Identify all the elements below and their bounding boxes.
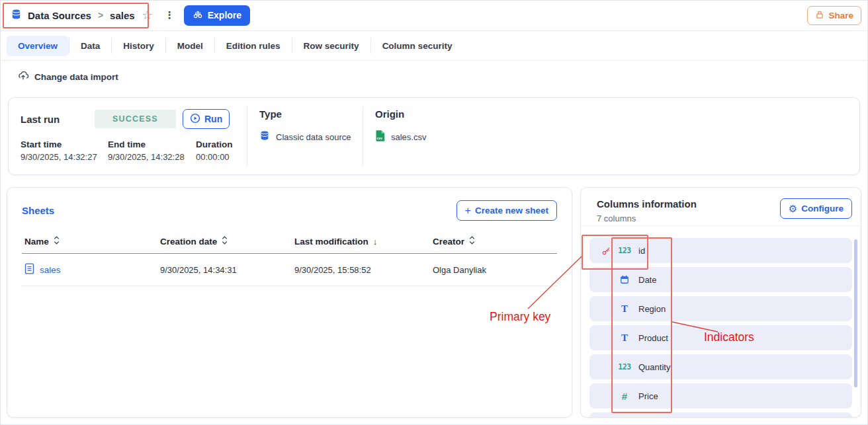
tab-column-security[interactable]: Column security <box>371 36 464 56</box>
column-row-partial[interactable] <box>589 412 852 418</box>
sort-both-icon <box>222 236 228 247</box>
column-row-id[interactable]: 123 id <box>589 238 852 263</box>
top-bar: Data Sources > sales ☆ ⋮ Explore Share <box>0 0 868 31</box>
tab-data[interactable]: Data <box>69 36 111 56</box>
more-options-icon[interactable]: ⋮ <box>165 9 175 21</box>
tab-history[interactable]: History <box>112 36 165 56</box>
svg-text:csv: csv <box>377 137 382 140</box>
sheets-title: Sheets <box>22 205 54 216</box>
tab-bar: Overview Data History Model Edition rule… <box>0 31 868 61</box>
origin-section: Origin csv sales.csv <box>363 98 859 174</box>
sort-both-icon <box>469 236 475 247</box>
gear-icon: ⚙ <box>789 204 797 213</box>
type-title: Type <box>259 108 363 120</box>
status-badge: SUCCESS <box>95 110 176 128</box>
sort-both-icon <box>54 236 60 247</box>
columns-info-title: Columns information <box>597 198 697 210</box>
duration-value: 00:00:00 <box>196 152 247 162</box>
numeric-type-icon: # <box>615 391 634 402</box>
origin-value: sales.csv <box>391 132 426 142</box>
primary-key-icon <box>597 246 615 256</box>
breadcrumb-separator-icon: > <box>97 10 104 20</box>
column-row-quantity[interactable]: 123 Quantity <box>589 354 852 379</box>
panels-row: Sheets + Create new sheet Name Creation … <box>7 187 861 418</box>
sheets-table: Name Creation date Last modification ↓ C… <box>22 232 557 286</box>
sort-header-name[interactable]: Name <box>24 236 160 247</box>
column-name: Quantity <box>638 362 670 372</box>
number-type-icon: 123 <box>615 362 634 371</box>
run-button[interactable]: Run <box>183 109 230 129</box>
columns-scrollbar[interactable] <box>854 239 857 387</box>
explore-button[interactable]: Explore <box>184 5 250 26</box>
column-name: Price <box>638 391 658 401</box>
breadcrumb-root[interactable]: Data Sources <box>28 10 91 21</box>
share-button[interactable]: Share <box>807 6 861 25</box>
last-run-section: Last run SUCCESS Run Start time 9/30/202… <box>9 98 247 174</box>
sheets-panel: Sheets + Create new sheet Name Creation … <box>7 187 572 418</box>
text-type-icon: T <box>615 303 634 315</box>
tab-model[interactable]: Model <box>166 36 214 56</box>
lock-icon <box>815 10 824 21</box>
end-time-value: 9/30/2025, 14:32:28 <box>108 152 196 162</box>
change-data-import-link[interactable]: Change data import <box>0 61 868 93</box>
sheet-last-modification: 9/30/2025, 15:58:52 <box>294 265 433 275</box>
favorite-star-icon[interactable]: ☆ <box>142 9 153 21</box>
database-icon <box>11 9 22 22</box>
play-icon <box>190 113 200 126</box>
columns-info-panel: Columns information 7 columns ⚙ Configur… <box>580 187 861 418</box>
duration-block: Duration 00:00:00 <box>196 139 247 162</box>
last-run-title: Last run <box>21 114 95 125</box>
sheet-creation-date: 9/30/2025, 14:34:31 <box>160 265 294 275</box>
sort-header-last-modification[interactable]: Last modification ↓ <box>294 236 433 247</box>
change-data-import-label: Change data import <box>34 72 118 82</box>
origin-title: Origin <box>375 108 859 120</box>
date-type-icon <box>615 275 634 284</box>
start-time-block: Start time 9/30/2025, 14:32:27 <box>21 139 108 162</box>
number-type-icon: 123 <box>615 246 634 255</box>
cloud-upload-icon <box>17 69 29 84</box>
type-value: Classic data source <box>276 132 351 142</box>
sort-header-creator[interactable]: Creator <box>433 236 554 247</box>
column-name: Date <box>638 275 656 285</box>
sort-descending-icon: ↓ <box>373 237 378 247</box>
configure-button[interactable]: ⚙ Configure <box>780 198 852 219</box>
plus-icon: + <box>465 206 471 216</box>
column-name: id <box>638 246 645 256</box>
end-time-block: End time 9/30/2025, 14:32:28 <box>108 139 196 162</box>
type-section: Type Classic data source <box>247 98 363 174</box>
columns-count: 7 columns <box>597 213 697 223</box>
start-time-value: 9/30/2025, 14:32:27 <box>21 152 108 162</box>
breadcrumb: Data Sources > sales ☆ <box>11 9 153 22</box>
tab-edition-rules[interactable]: Edition rules <box>215 36 292 56</box>
column-name: Region <box>638 304 666 314</box>
sheet-link[interactable]: sales <box>24 263 160 276</box>
last-run-card: Last run SUCCESS Run Start time 9/30/202… <box>8 97 860 175</box>
page: Data Sources > sales ☆ ⋮ Explore Share O… <box>0 0 868 425</box>
duration-label: Duration <box>196 139 247 149</box>
column-name: Product <box>638 333 668 343</box>
sheet-table-row: sales 9/30/2025, 14:34:31 9/30/2025, 15:… <box>22 254 557 286</box>
database-icon <box>259 130 270 143</box>
csv-file-icon: csv <box>375 130 385 144</box>
sort-header-creation-date[interactable]: Creation date <box>160 236 294 247</box>
create-new-sheet-button[interactable]: + Create new sheet <box>456 200 557 221</box>
breadcrumb-current: sales <box>110 10 135 21</box>
column-row-product[interactable]: T Product <box>589 325 852 350</box>
tab-overview[interactable]: Overview <box>7 36 69 56</box>
column-row-region[interactable]: T Region <box>589 296 852 321</box>
sheet-icon <box>24 263 34 276</box>
sheet-creator: Olga Danyliak <box>433 265 554 275</box>
columns-list: 123 id Date T Region T <box>581 226 861 418</box>
text-type-icon: T <box>615 332 634 344</box>
end-time-label: End time <box>108 139 196 149</box>
binoculars-icon <box>193 9 203 22</box>
start-time-label: Start time <box>21 139 108 149</box>
column-row-date[interactable]: Date <box>589 267 852 292</box>
tab-row-security[interactable]: Row security <box>292 36 370 56</box>
column-row-price[interactable]: # Price <box>589 383 852 408</box>
sheets-table-header: Name Creation date Last modification ↓ C… <box>22 232 557 254</box>
